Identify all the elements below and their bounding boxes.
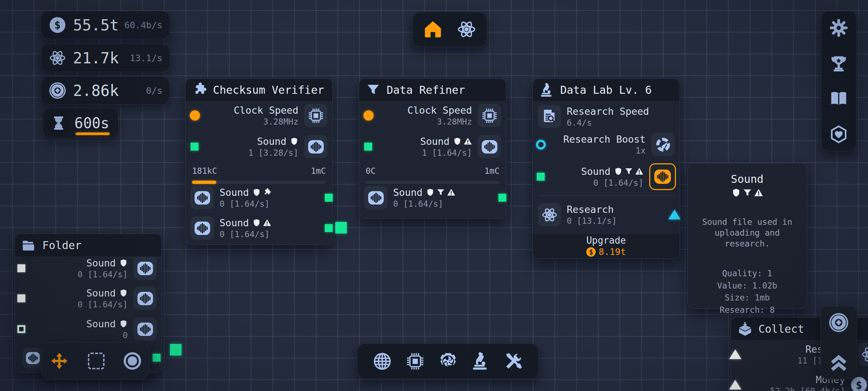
- coin-diamond-button[interactable]: [828, 312, 849, 333]
- side-menu: [821, 11, 856, 151]
- soundwave-icon-button[interactable]: [191, 216, 214, 240]
- microscope-icon: [539, 83, 554, 98]
- node-title: Folder: [42, 239, 81, 252]
- research-input-port[interactable]: [729, 349, 741, 359]
- clock-input-port[interactable]: [190, 110, 200, 121]
- home-tab-button[interactable]: [423, 19, 443, 39]
- tooltip-title: Sound: [731, 173, 763, 185]
- sound-input-row: Sound 1 [3.28/s]: [186, 131, 332, 162]
- money-input-port[interactable]: [729, 380, 741, 390]
- shield-icon: [119, 289, 128, 297]
- research-output-port[interactable]: [668, 210, 681, 219]
- node-data-lab[interactable]: Data Lab Lv. 6 Research Speed 6.4/s Rese…: [532, 78, 680, 259]
- node-data-refiner[interactable]: Data Refiner Clock Speed 3.28MHz Sound 1…: [359, 78, 506, 219]
- boost-input-port[interactable]: [536, 140, 546, 150]
- file-input-port[interactable]: [17, 294, 25, 302]
- soundwave-icon-button[interactable]: [478, 135, 501, 158]
- soundwave-icon-button[interactable]: [364, 186, 387, 209]
- sound-row: Sound 0: [15, 314, 162, 345]
- research-value: 21.7k: [73, 49, 119, 67]
- settings-gear-button[interactable]: [829, 18, 848, 37]
- row-label: Research Speed: [567, 106, 649, 117]
- output-port[interactable]: [498, 194, 506, 202]
- sound-input-row-selected: Sound 0 [1.64/s]: [533, 161, 680, 192]
- progress-max: 1mC: [311, 166, 326, 176]
- folder-toolbar-output-port[interactable]: [153, 354, 161, 362]
- chip-icon-button[interactable]: [304, 104, 327, 127]
- node-title: Data Lab Lv. 6: [560, 84, 652, 96]
- timer-value[interactable]: 600s: [70, 115, 114, 131]
- badges-hex-heart-button[interactable]: [829, 125, 848, 144]
- shield-icon: [426, 188, 434, 197]
- resource-money: 55.5t 60.4b/s: [41, 11, 170, 39]
- sound-input-port[interactable]: [537, 173, 545, 181]
- atom-icon[interactable]: [858, 343, 868, 366]
- clock-input-port[interactable]: [363, 110, 374, 121]
- soundwave-icon-button[interactable]: [133, 318, 157, 341]
- shield-icon: [732, 188, 741, 197]
- sound-input-port[interactable]: [364, 143, 372, 151]
- dollar-coin-icon[interactable]: $: [851, 377, 867, 391]
- soundwave-icon-button[interactable]: [133, 257, 157, 280]
- gauge-icon-button[interactable]: [651, 133, 675, 156]
- row-value: 0 [1.64/s]: [393, 199, 443, 209]
- soundwave-icon-button[interactable]: [23, 348, 43, 368]
- warning-icon: [754, 188, 763, 197]
- double-chevron-up-button[interactable]: [828, 352, 849, 373]
- output-port[interactable]: [325, 224, 333, 232]
- shield-icon: [252, 188, 261, 197]
- file-input-port-empty[interactable]: [17, 325, 25, 333]
- guide-book-button[interactable]: [829, 89, 848, 108]
- soundwave-icon-button[interactable]: [133, 287, 157, 310]
- atom-icon[interactable]: [538, 203, 561, 226]
- microscope-button[interactable]: [471, 352, 490, 371]
- floating-side-panel: [820, 306, 857, 379]
- node-header[interactable]: Data Refiner: [359, 79, 506, 102]
- node-header[interactable]: Checksum Verifier: [186, 79, 332, 102]
- doc-search-icon[interactable]: [538, 105, 561, 128]
- record-circle-button[interactable]: [124, 352, 141, 370]
- chip-icon-button[interactable]: [478, 104, 501, 127]
- row-label: Sound: [420, 136, 450, 147]
- view-switcher: [412, 12, 487, 47]
- game-canvas[interactable]: 55.5t 60.4b/s 21.7k 13.1/s 2.86k 0/s 600…: [0, 0, 868, 391]
- sound-input-port[interactable]: [191, 143, 199, 151]
- upgrade-button[interactable]: Upgrade $ 8.19t: [533, 233, 680, 258]
- achievements-trophy-button[interactable]: [829, 54, 848, 73]
- progress-current: 0C: [366, 166, 376, 176]
- row-value: 1 [1.64/s]: [422, 148, 472, 157]
- node-action-toolbar: [42, 342, 149, 379]
- row-value: 52.2b [60.4b/s]: [770, 386, 845, 391]
- sound-tooltip: Sound Sound file used in uploading and r…: [687, 163, 807, 309]
- soundwave-icon-button[interactable]: [304, 135, 327, 158]
- node-header[interactable]: Data Lab Lv. 6: [533, 79, 680, 102]
- row-label: Sound: [86, 287, 116, 299]
- move-tool-button[interactable]: [50, 352, 69, 370]
- node-title: Data Refiner: [387, 84, 465, 96]
- tools-button[interactable]: [504, 352, 523, 371]
- row-value: 0 [1.64/s]: [593, 178, 643, 188]
- wire-junction-pin[interactable]: [335, 222, 347, 234]
- globe-button[interactable]: [373, 352, 392, 371]
- output-port[interactable]: [325, 194, 333, 202]
- file-input-port[interactable]: [17, 264, 25, 272]
- shield-icon: [119, 320, 128, 328]
- timer-widget[interactable]: 600s: [43, 108, 119, 138]
- node-checksum-verifier[interactable]: Checksum Verifier Clock Speed 3.28MHz So…: [185, 78, 333, 245]
- research-tab-button[interactable]: [456, 19, 477, 39]
- fan-button[interactable]: [438, 352, 458, 371]
- soundwave-icon-button-selected[interactable]: [649, 163, 676, 190]
- select-box-icon: [88, 353, 105, 369]
- soundwave-icon-button[interactable]: [191, 186, 214, 209]
- shield-icon: [119, 259, 128, 267]
- funnel-icon: [743, 188, 752, 197]
- wire-junction-pin[interactable]: [170, 344, 182, 356]
- output-row: Sound 0 [1.64/s]: [186, 182, 332, 213]
- row-label: Research: [567, 204, 614, 215]
- dollar-coin-icon: $: [586, 247, 596, 257]
- row-value: 1x: [635, 146, 646, 155]
- clock-speed-row: Clock Speed 3.28MHz: [186, 100, 332, 131]
- progress-current: 181kC: [192, 166, 217, 176]
- chip-button[interactable]: [405, 352, 425, 371]
- select-box-tool-button[interactable]: [88, 353, 105, 369]
